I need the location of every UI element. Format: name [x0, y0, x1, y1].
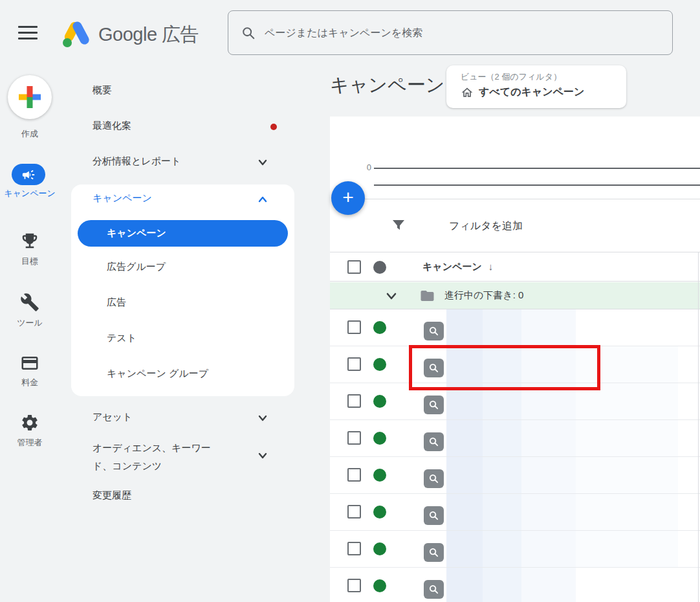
sort-desc-arrow: ↓	[488, 261, 494, 272]
alert-dot	[270, 124, 277, 130]
view-selector-chip[interactable]: ビュー（2 個のフィルタ） すべてのキャンペーン	[446, 65, 626, 108]
rail-item-campaigns[interactable]	[12, 164, 45, 185]
redacted-campaign-name	[446, 494, 576, 530]
row-checkbox[interactable]	[347, 579, 361, 592]
campaigns-nav-card	[71, 184, 294, 396]
rail-tools-label[interactable]: ツール	[0, 317, 60, 329]
redacted-campaign-name	[446, 531, 576, 567]
redacted-campaign-name	[446, 420, 576, 456]
global-search[interactable]	[228, 10, 673, 55]
chevron-down-icon[interactable]	[384, 289, 399, 306]
status-enabled-dot	[373, 432, 386, 445]
campaign-column-header[interactable]: キャンペーン↓	[422, 261, 493, 273]
chart-y-tick-zero: 0	[360, 162, 371, 172]
folder-icon	[419, 288, 436, 306]
red-highlight-annotation	[409, 345, 600, 390]
row-checkbox[interactable]	[347, 431, 361, 445]
status-enabled-dot	[373, 469, 386, 482]
create-button[interactable]	[8, 75, 52, 119]
rail-create-label: 作成	[0, 128, 60, 140]
tools-icon[interactable]	[20, 293, 39, 312]
table-header-row: キャンペーン↓	[330, 252, 700, 282]
plus-icon: +	[342, 188, 354, 207]
status-enabled-dot	[373, 579, 386, 592]
search-campaign-type-icon	[424, 543, 444, 562]
search-icon	[241, 26, 256, 40]
billing-card-icon[interactable]	[20, 353, 39, 373]
nav-section-campaigns[interactable]: キャンペーン	[93, 192, 152, 205]
row-checkbox[interactable]	[347, 505, 361, 518]
select-all-checkbox[interactable]	[347, 260, 361, 274]
drafts-in-progress-row[interactable]: 進行中の下書き: 0	[330, 282, 700, 309]
redacted-campaign-name	[446, 309, 576, 346]
campaign-table-row[interactable]	[330, 531, 700, 568]
rail-admin-label[interactable]: 管理者	[0, 437, 60, 449]
search-campaign-type-icon	[424, 506, 444, 525]
status-column-icon[interactable]	[373, 261, 386, 274]
nav-item-ad-groups[interactable]: 広告グループ	[107, 261, 166, 273]
menu-hamburger-icon[interactable]	[18, 26, 38, 41]
redacted-campaign-name-extension	[576, 494, 678, 530]
status-enabled-dot	[373, 542, 386, 555]
search-campaign-type-icon	[424, 580, 444, 599]
redacted-campaign-name-extension	[576, 531, 678, 567]
chevron-up-icon	[256, 193, 269, 206]
status-enabled-dot	[373, 321, 386, 334]
row-checkbox[interactable]	[347, 394, 361, 408]
campaign-table-row[interactable]	[330, 420, 700, 457]
nav-item-ads[interactable]: 広告	[107, 296, 126, 309]
nav-item-campaigns-label: キャンペーン	[107, 227, 166, 240]
campaign-table-row[interactable]	[330, 494, 700, 531]
campaign-table-row[interactable]	[330, 568, 700, 602]
column-divider	[698, 252, 699, 602]
chart-divider	[364, 199, 700, 199]
rail-goals-label[interactable]: 目標	[0, 256, 60, 267]
chevron-down-icon	[256, 449, 269, 462]
campaign-table-row[interactable]	[330, 309, 700, 346]
gear-icon[interactable]	[20, 413, 39, 432]
brand-title: Google 広告	[98, 22, 199, 48]
search-input[interactable]	[265, 27, 659, 39]
row-checkbox[interactable]	[347, 468, 361, 482]
megaphone-icon	[21, 168, 36, 182]
redacted-campaign-name-extension	[576, 420, 678, 456]
chart-flat-line-1	[374, 168, 700, 169]
row-checkbox[interactable]	[347, 320, 361, 334]
row-checkbox[interactable]	[347, 357, 361, 371]
nav-item-experiments[interactable]: テスト	[107, 332, 137, 344]
trophy-icon[interactable]	[20, 231, 39, 251]
redacted-campaign-name	[446, 457, 576, 493]
row-checkbox[interactable]	[347, 542, 361, 555]
nav-item-insights[interactable]: 分析情報とレポート	[93, 155, 180, 168]
nav-item-assets[interactable]: アセット	[93, 411, 132, 423]
nav-item-change-history[interactable]: 変更履歴	[93, 489, 131, 502]
view-chip-value: すべてのキャンペーン	[479, 85, 584, 99]
nav-item-overview[interactable]: 概要	[93, 84, 112, 96]
rail-campaigns-label: キャンペーン	[4, 188, 56, 199]
search-campaign-type-icon	[424, 469, 444, 488]
chevron-down-icon	[256, 412, 269, 425]
campaign-table-row[interactable]	[330, 457, 700, 494]
page-title: キャンペーン	[330, 72, 444, 98]
redacted-campaign-name-extension	[576, 457, 678, 493]
search-campaign-type-icon	[424, 432, 444, 451]
plus-multicolor-icon	[19, 86, 41, 108]
status-enabled-dot	[373, 358, 386, 371]
search-campaign-type-icon	[424, 322, 444, 340]
drafts-row-label: 進行中の下書き: 0	[444, 289, 523, 302]
search-campaign-type-icon	[424, 396, 444, 414]
nav-item-recommendations[interactable]: 最適化案	[93, 120, 131, 132]
add-campaign-fab[interactable]: +	[331, 181, 365, 215]
chart-flat-line-2	[374, 184, 700, 186]
nav-item-audiences-keywords-content[interactable]: オーディエンス、キーワード、コンテンツ	[93, 439, 214, 475]
chevron-down-icon	[256, 156, 269, 169]
nav-item-campaign-groups[interactable]: キャンペーン グループ	[107, 368, 208, 380]
google-ads-app: Google 広告 作成 キャンペーン 目標 ツール	[0, 0, 700, 602]
home-icon	[461, 86, 474, 99]
add-filter-button[interactable]: フィルタを追加	[449, 219, 523, 233]
nav-item-campaigns-selected[interactable]: キャンペーン	[78, 220, 288, 247]
filter-funnel-icon[interactable]	[391, 217, 406, 233]
redacted-campaign-name	[446, 568, 576, 602]
view-chip-caption: ビュー（2 個のフィルタ）	[461, 71, 626, 83]
rail-billing-label[interactable]: 料金	[0, 377, 60, 388]
